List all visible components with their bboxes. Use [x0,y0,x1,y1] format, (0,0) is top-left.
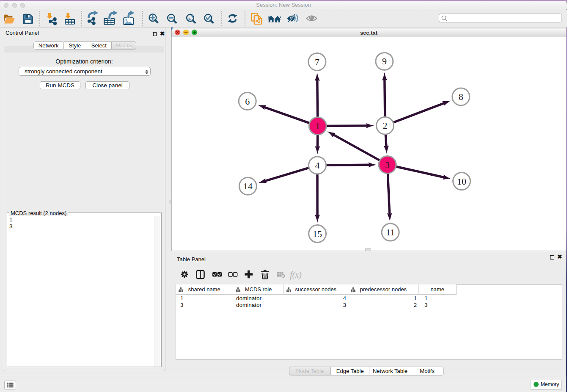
svg-text:3: 3 [385,160,390,170]
svg-text:1: 1 [315,121,320,131]
svg-text:11: 11 [386,227,395,237]
svg-text:4: 4 [315,160,320,171]
svg-text:14: 14 [243,181,253,191]
svg-text:7: 7 [315,57,319,67]
svg-text:10: 10 [457,176,466,187]
svg-text:15: 15 [313,229,322,239]
svg-text:9: 9 [382,56,387,66]
svg-text:2: 2 [383,120,388,131]
svg-text:8: 8 [459,91,463,102]
svg-text:6: 6 [245,96,250,107]
svg-text:f(x): f(x) [290,270,302,280]
